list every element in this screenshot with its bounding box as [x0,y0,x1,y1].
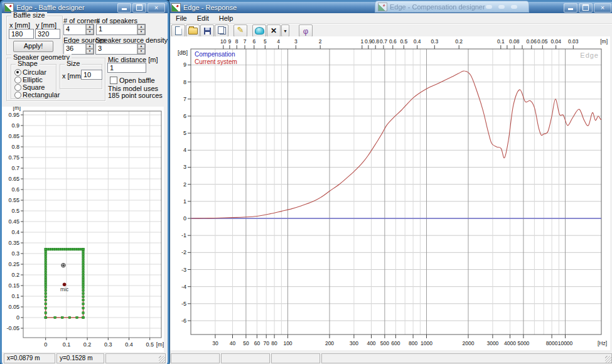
save-button[interactable] [200,24,214,37]
new-button[interactable] [171,24,185,37]
edge-app-icon [171,3,181,12]
svg-text:7: 7 [244,38,247,45]
baffle-plot[interactable]: 0.950.90.850.80.750.70.650.60.550.50.450… [2,107,164,352]
speaker-button[interactable] [252,24,266,37]
radio-square-label[interactable]: Square [23,83,45,91]
svg-text:0.4: 0.4 [125,341,133,348]
svg-text:0.85: 0.85 [8,133,19,139]
svg-text:7: 7 [183,96,186,102]
svg-text:200: 200 [325,340,334,346]
svg-text:0.5: 0.5 [146,341,154,348]
baffle-designer-title: Edge - Baffle designer [16,4,117,11]
svg-text:5: 5 [183,130,186,136]
delete-dropdown-button[interactable]: ▼ [281,24,289,37]
spin-up-icon: ▲ [137,24,145,29]
svg-text:1: 1 [183,198,186,205]
radio-elliptic[interactable] [14,77,21,83]
copy-button[interactable] [215,24,228,37]
size-x-input[interactable]: 10 [81,70,102,80]
delete-x-icon: ✕ [271,27,277,35]
radio-elliptic-label[interactable]: Elliptic [23,76,43,83]
pen-icon: ✎ [237,26,244,34]
apply-button[interactable]: Apply! [13,41,53,52]
minimize-button[interactable] [564,3,577,13]
svg-text:0.1: 0.1 [63,341,71,348]
baffle-statusbar: x=0.0879 m y=0.1528 m [3,353,167,364]
menu-help[interactable]: Help [215,14,238,23]
spin-down-icon: ▼ [137,29,145,35]
svg-text:0.9: 0.9 [365,38,372,45]
open-baffle-checkbox[interactable] [110,77,117,84]
radio-square[interactable] [14,84,21,91]
svg-text:0.06: 0.06 [527,38,537,45]
svg-text:9: 9 [183,62,186,68]
svg-text:0.25: 0.25 [8,261,19,267]
new-document-icon [175,26,182,35]
maximize-button[interactable] [579,3,593,13]
response-chart: 9876543210-1-2-3-4-5-6[dB]109876543210.9… [169,36,610,350]
resize-grip[interactable] [159,356,166,363]
svg-text:0.55: 0.55 [8,197,19,203]
svg-text:60: 60 [254,340,260,346]
open-baffle-label[interactable]: Open baffle [119,77,155,84]
open-folder-icon [188,28,198,35]
baffle-y-input[interactable]: 320 [35,29,60,39]
compensation-designer-titlebar[interactable]: Edge - Compensation designer [375,1,529,13]
radio-rectangular-label[interactable]: Rectangular [23,91,60,99]
svg-text:0.5: 0.5 [11,208,19,214]
svg-text:0: 0 [183,215,186,222]
svg-text:0.75: 0.75 [8,154,19,161]
radio-circular-label[interactable]: Circular [23,68,46,76]
svg-text:10: 10 [220,38,227,45]
svg-text:0.03: 0.03 [568,38,579,45]
spin-up-icon: ▲ [137,44,145,49]
status-x-coordinate: x=0.0879 m [4,353,55,363]
spin-down-icon: ▼ [86,49,94,54]
svg-text:4: 4 [183,147,186,153]
baffle-plot-svg[interactable]: 0.950.90.850.80.750.70.650.60.550.50.450… [2,107,164,352]
svg-text:0.8: 0.8 [11,144,19,150]
svg-text:0.7: 0.7 [380,38,387,45]
svg-text:-3: -3 [181,267,186,273]
svg-text:40: 40 [230,340,236,346]
svg-text:0.6: 0.6 [11,186,19,193]
svg-text:[m]: [m] [156,341,164,348]
svg-text:0.3: 0.3 [104,341,112,348]
pen-button[interactable]: ✎ [234,24,247,37]
speaker-icon [255,27,264,35]
close-button[interactable]: × [594,3,611,13]
svg-text:30: 30 [212,340,218,346]
speakers-spinner[interactable]: 1 ▲▼ [96,24,146,35]
svg-text:0.8: 0.8 [372,38,379,45]
menu-edit[interactable]: Edit [193,14,213,23]
svg-text:mic: mic [60,286,69,292]
svg-text:1000: 1000 [421,340,432,346]
svg-text:-0.05: -0.05 [6,325,19,331]
delete-button[interactable]: ✕ [267,24,281,37]
mic-distance-input[interactable]: 1 [107,63,146,73]
phase-button[interactable]: φ [299,24,313,37]
density-spinner[interactable]: 3 ▲▼ [95,43,146,55]
baffle-size-group: Baffle size x [mm] y [mm] 180 320 Apply! [6,16,63,55]
baffle-x-input[interactable]: 180 [9,29,34,39]
model-info-line2: 185 point sources [108,92,163,99]
svg-text:8: 8 [235,38,239,45]
radio-circular[interactable] [14,69,21,76]
svg-text:0.4: 0.4 [414,38,421,45]
minimize-button[interactable] [117,3,131,13]
maximize-button[interactable] [132,3,146,13]
radio-rectangular[interactable] [14,92,21,99]
resize-grip[interactable] [605,356,612,363]
svg-text:5000: 5000 [517,340,529,346]
corners-spinner[interactable]: 4 ▲▼ [63,24,94,35]
baffle-x-label: x [mm] [9,21,30,29]
svg-text:8000: 8000 [546,340,558,346]
svg-text:400: 400 [367,340,375,346]
svg-text:Edge: Edge [580,51,599,59]
size-x-label: x [mm] [62,72,83,80]
menu-file[interactable]: File [171,14,191,23]
close-button[interactable]: × [148,3,165,13]
svg-text:-5: -5 [181,301,186,307]
open-button[interactable] [186,24,200,37]
svg-text:3: 3 [183,164,186,170]
